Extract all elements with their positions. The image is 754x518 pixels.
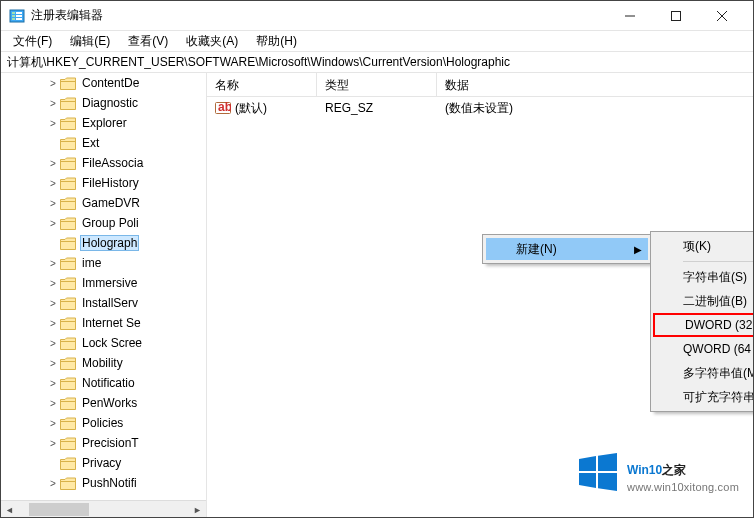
menu-favorites[interactable]: 收藏夹(A) <box>180 32 244 51</box>
context-submenu-new: 项(K) 字符串值(S) 二进制值(B) DWORD (32 位)值(D) QW… <box>650 231 754 412</box>
tree-item[interactable]: > Mobility <box>1 353 206 373</box>
expand-chevron-icon[interactable]: > <box>47 258 59 269</box>
expand-chevron-icon[interactable]: > <box>47 298 59 309</box>
tree-item-label: ime <box>82 256 101 270</box>
tree-item[interactable]: > PenWorks <box>1 393 206 413</box>
tree-item-label: Lock Scree <box>82 336 142 350</box>
expand-chevron-icon[interactable]: > <box>47 278 59 289</box>
ctx-new-string[interactable]: 字符串值(S) <box>653 265 754 289</box>
tree-item[interactable]: > Group Poli <box>1 213 206 233</box>
expand-chevron-icon[interactable]: > <box>47 398 59 409</box>
ctx-new-key[interactable]: 项(K) <box>653 234 754 258</box>
tree-item[interactable]: > Lock Scree <box>1 333 206 353</box>
list-header: 名称 类型 数据 <box>207 73 753 97</box>
expand-chevron-icon[interactable]: > <box>47 218 59 229</box>
tree-item[interactable]: Ext <box>1 133 206 153</box>
tree-item[interactable]: > Diagnostic <box>1 93 206 113</box>
expand-chevron-icon[interactable]: > <box>47 478 59 489</box>
folder-icon <box>60 297 76 310</box>
tree-item[interactable]: > Internet Se <box>1 313 206 333</box>
tree-item[interactable]: > PushNotifi <box>1 473 206 493</box>
close-button[interactable] <box>699 1 745 31</box>
tree-item[interactable]: > FileAssocia <box>1 153 206 173</box>
folder-icon <box>60 77 76 90</box>
tree-item-label: GameDVR <box>82 196 140 210</box>
expand-chevron-icon[interactable]: > <box>47 98 59 109</box>
list-row[interactable]: ab (默认) REG_SZ (数值未设置) <box>207 97 753 119</box>
expand-chevron-icon[interactable]: > <box>47 158 59 169</box>
col-name[interactable]: 名称 <box>207 73 317 96</box>
tree-item-label: Privacy <box>82 456 121 470</box>
expand-chevron-icon[interactable]: > <box>47 178 59 189</box>
svg-rect-8 <box>672 11 681 20</box>
menu-edit[interactable]: 编辑(E) <box>64 32 116 51</box>
col-data[interactable]: 数据 <box>437 73 753 96</box>
tree-item[interactable]: > ime <box>1 253 206 273</box>
ctx-new-label: 新建(N) <box>516 241 557 258</box>
menu-file[interactable]: 文件(F) <box>7 32 58 51</box>
string-value-icon: ab <box>215 100 231 116</box>
registry-editor-window: 注册表编辑器 文件(F) 编辑(E) 查看(V) 收藏夹(A) 帮助(H) 计算… <box>0 0 754 518</box>
tree-item[interactable]: > PrecisionT <box>1 433 206 453</box>
expand-chevron-icon[interactable]: > <box>47 118 59 129</box>
expand-chevron-icon[interactable]: > <box>47 438 59 449</box>
svg-marker-15 <box>579 473 596 488</box>
tree-item[interactable]: > GameDVR <box>1 193 206 213</box>
tree-item-label: Diagnostic <box>82 96 138 110</box>
submenu-arrow-icon: ▶ <box>634 244 642 255</box>
tree-item[interactable]: > ContentDe <box>1 73 206 93</box>
tree-item[interactable]: > InstallServ <box>1 293 206 313</box>
tree-item-label: Internet Se <box>82 316 141 330</box>
tree-item[interactable]: > Policies <box>1 413 206 433</box>
svg-rect-6 <box>16 18 22 20</box>
folder-icon <box>60 237 76 250</box>
tree-item[interactable]: > Notificatio <box>1 373 206 393</box>
expand-chevron-icon[interactable]: > <box>47 338 59 349</box>
folder-icon <box>60 177 76 190</box>
list-pane: 名称 类型 数据 ab (默认) REG_SZ <box>207 73 753 517</box>
tree-item-label: Policies <box>82 416 123 430</box>
tree-item-label: PrecisionT <box>82 436 139 450</box>
scrollbar-thumb[interactable] <box>29 503 89 516</box>
ctx-new-qword[interactable]: QWORD (64 位)值(Q) <box>653 337 754 361</box>
value-name: (默认) <box>235 100 267 117</box>
expand-chevron-icon[interactable]: > <box>47 418 59 429</box>
col-type[interactable]: 类型 <box>317 73 437 96</box>
tree-item-label: Mobility <box>82 356 123 370</box>
minimize-button[interactable] <box>607 1 653 31</box>
horizontal-scrollbar[interactable]: ◄ ► <box>1 500 206 517</box>
tree-item[interactable]: > FileHistory <box>1 173 206 193</box>
expand-chevron-icon[interactable]: > <box>47 358 59 369</box>
tree-item[interactable]: > Explorer <box>1 113 206 133</box>
tree-item[interactable]: > Immersive <box>1 273 206 293</box>
scroll-left-icon[interactable]: ◄ <box>1 501 18 517</box>
address-bar[interactable]: 计算机\HKEY_CURRENT_USER\SOFTWARE\Microsoft… <box>1 51 753 73</box>
folder-icon <box>60 417 76 430</box>
folder-icon <box>60 117 76 130</box>
expand-chevron-icon[interactable]: > <box>47 318 59 329</box>
value-data: (数值未设置) <box>437 100 753 117</box>
menu-help[interactable]: 帮助(H) <box>250 32 303 51</box>
folder-icon <box>60 317 76 330</box>
folder-icon <box>60 277 76 290</box>
ctx-new-dword[interactable]: DWORD (32 位)值(D) <box>653 313 754 337</box>
tree-item[interactable]: Holograph <box>1 233 206 253</box>
scroll-right-icon[interactable]: ► <box>189 501 206 517</box>
menu-view[interactable]: 查看(V) <box>122 32 174 51</box>
ctx-new-multi[interactable]: 多字符串值(M) <box>653 361 754 385</box>
folder-icon <box>60 337 76 350</box>
tree-item-label: Group Poli <box>82 216 139 230</box>
titlebar: 注册表编辑器 <box>1 1 753 31</box>
ctx-new[interactable]: 新建(N) ▶ <box>486 238 648 260</box>
tree-item-label: Immersive <box>82 276 137 290</box>
maximize-button[interactable] <box>653 1 699 31</box>
ctx-new-binary[interactable]: 二进制值(B) <box>653 289 754 313</box>
expand-chevron-icon[interactable]: > <box>47 378 59 389</box>
expand-chevron-icon[interactable]: > <box>47 78 59 89</box>
value-type: REG_SZ <box>317 101 437 115</box>
tree-item-label: PenWorks <box>82 396 137 410</box>
ctx-new-expand[interactable]: 可扩充字符串值(E) <box>653 385 754 409</box>
svg-text:ab: ab <box>218 100 231 114</box>
tree-item[interactable]: Privacy <box>1 453 206 473</box>
expand-chevron-icon[interactable]: > <box>47 198 59 209</box>
